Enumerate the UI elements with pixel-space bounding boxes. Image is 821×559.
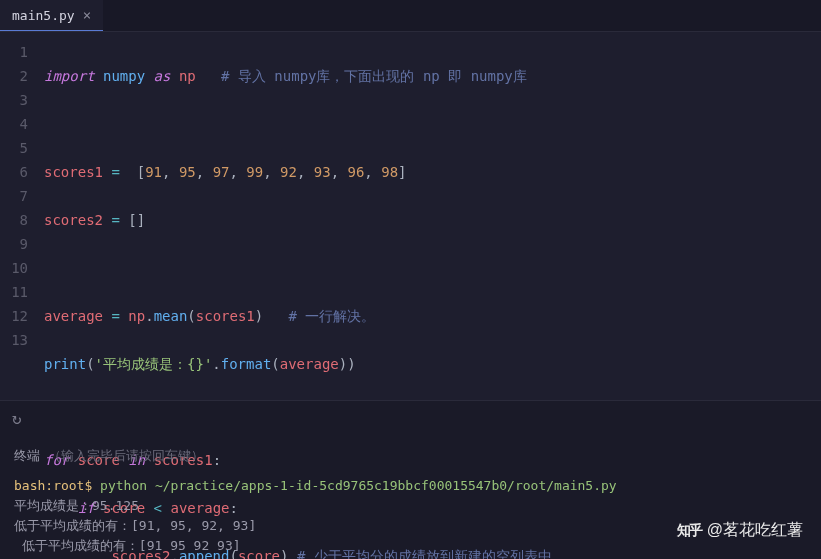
watermark-text: @茗花吃红薯 bbox=[707, 520, 803, 541]
code-line: print('平均成绩是：{}'.format(average)) bbox=[44, 352, 821, 376]
line-num: 12 bbox=[0, 304, 28, 328]
code-editor: 1 2 3 4 5 6 7 8 9 10 11 12 13 import num… bbox=[0, 32, 821, 400]
line-num: 6 bbox=[0, 160, 28, 184]
line-num: 8 bbox=[0, 208, 28, 232]
line-num: 2 bbox=[0, 64, 28, 88]
watermark: 知乎 @茗花吃红薯 bbox=[677, 520, 803, 541]
code-line: average = np.mean(scores1) # 一行解决。 bbox=[44, 304, 821, 328]
line-num: 1 bbox=[0, 40, 28, 64]
code-line bbox=[44, 112, 821, 136]
line-num: 7 bbox=[0, 184, 28, 208]
line-num: 3 bbox=[0, 88, 28, 112]
line-num: 9 bbox=[0, 232, 28, 256]
close-icon[interactable]: × bbox=[83, 7, 91, 23]
tab-filename: main5.py bbox=[12, 8, 75, 23]
line-num: 4 bbox=[0, 112, 28, 136]
tab-main5[interactable]: main5.py × bbox=[0, 0, 103, 31]
code-line bbox=[44, 400, 821, 424]
code-area[interactable]: import numpy as np # 导入 numpy库，下面出现的 np … bbox=[36, 32, 821, 400]
line-num: 11 bbox=[0, 280, 28, 304]
code-line: scores2 = [] bbox=[44, 208, 821, 232]
code-line: import numpy as np # 导入 numpy库，下面出现的 np … bbox=[44, 64, 821, 88]
code-line: scores1 = [91, 95, 97, 99, 92, 93, 96, 9… bbox=[44, 160, 821, 184]
tab-bar: main5.py × bbox=[0, 0, 821, 32]
code-line bbox=[44, 256, 821, 280]
line-num: 10 bbox=[0, 256, 28, 280]
refresh-icon[interactable]: ↻ bbox=[12, 409, 22, 428]
line-num: 5 bbox=[0, 136, 28, 160]
line-gutter: 1 2 3 4 5 6 7 8 9 10 11 12 13 bbox=[0, 32, 36, 400]
line-num: 13 bbox=[0, 328, 28, 352]
zhihu-icon: 知乎 bbox=[677, 522, 701, 540]
